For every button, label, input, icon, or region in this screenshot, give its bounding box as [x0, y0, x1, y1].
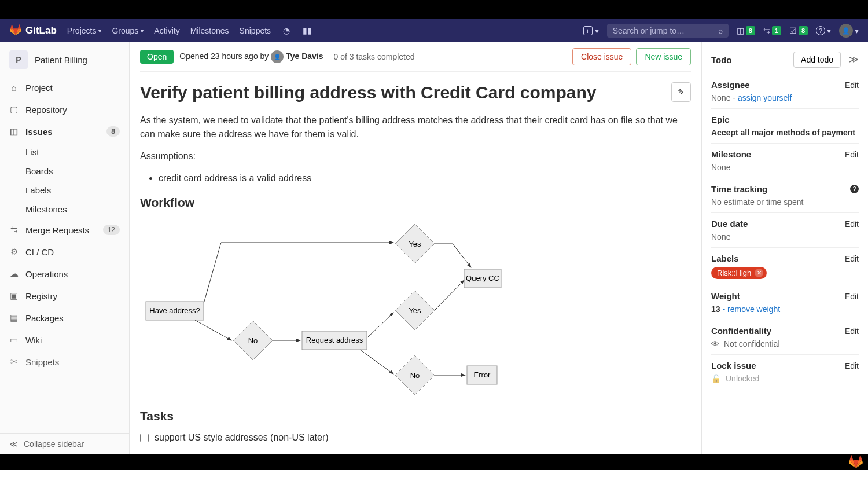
due-date-value: None: [711, 232, 859, 241]
nav-chart-icon[interactable]: ▮▮: [302, 25, 312, 36]
gitlab-logo[interactable]: GitLab: [9, 24, 57, 38]
time-tracking-title: Time tracking: [711, 184, 767, 194]
scissors-icon: ✂: [9, 357, 19, 367]
nav-help-dropdown[interactable]: ? ▾: [816, 26, 831, 35]
rocket-icon: ⚙: [9, 247, 19, 257]
sidebar-subitem-labels[interactable]: Labels: [0, 181, 129, 200]
sidebar-item-merge-requests[interactable]: ⥃Merge Requests12: [0, 219, 129, 241]
sidebar-subitem-milestones[interactable]: Milestones: [0, 200, 129, 219]
sidebar-item-snippets[interactable]: ✂Snippets: [0, 351, 129, 373]
svg-text:Yes: Yes: [409, 306, 421, 315]
task-item: support US style addresses (non-US later…: [140, 430, 691, 445]
repository-icon: ▢: [9, 104, 19, 115]
remove-weight-link[interactable]: - remove weight: [720, 304, 780, 314]
issues-icon: ◫: [9, 126, 19, 137]
operations-icon: ☁: [9, 269, 19, 279]
milestone-edit-link[interactable]: Edit: [845, 150, 859, 159]
author-name[interactable]: Tye Davis: [286, 52, 323, 61]
workflow-heading: Workflow: [140, 196, 691, 210]
chevron-down-icon: ▾: [827, 26, 831, 35]
nav-snippets[interactable]: Snippets: [240, 26, 271, 35]
milestone-value: None: [711, 163, 859, 172]
issues-icon: ◫: [737, 26, 744, 35]
confidentiality-title: Confidentiality: [711, 326, 771, 336]
confidentiality-edit-link[interactable]: Edit: [845, 326, 859, 336]
tasks-progress-text: 0 of 3 tasks completed: [334, 52, 415, 61]
confidentiality-value: 👁Not confidential: [711, 339, 859, 348]
nav-gauge-icon[interactable]: ◔: [281, 25, 292, 36]
sidebar-item-issues[interactable]: ◫Issues8: [0, 120, 129, 142]
lock-title: Lock issue: [711, 361, 756, 370]
due-date-edit-link[interactable]: Edit: [845, 219, 859, 229]
author-avatar[interactable]: 👤: [271, 50, 284, 63]
opened-text: Opened 23 hours ago by 👤 Tye Davis: [179, 50, 323, 63]
lock-value: 🔓Unlocked: [711, 374, 859, 383]
sidebar-item-registry[interactable]: ▣Registry: [0, 285, 129, 307]
nav-todos-counter[interactable]: ☑ 8: [789, 26, 808, 35]
sidebar-item-repository[interactable]: ▢Repository: [0, 98, 129, 120]
gitlab-tanuki-icon[interactable]: [848, 455, 863, 470]
sidebar-item-packages[interactable]: ▤Packages: [0, 307, 129, 329]
merge-request-icon: ⥃: [9, 225, 19, 235]
assignee-edit-link[interactable]: Edit: [845, 80, 859, 90]
close-issue-button[interactable]: Close issue: [572, 48, 631, 65]
sidebar-subitem-list[interactable]: List: [0, 142, 129, 162]
time-tracking-value: No estimate or time spent: [711, 197, 859, 207]
eye-icon: 👁: [711, 339, 719, 348]
collapse-sidebar-button[interactable]: ≪ Collapse sidebar: [0, 433, 129, 454]
tasks-heading: Tasks: [140, 409, 691, 423]
search-icon: ⌕: [718, 26, 723, 35]
nav-activity[interactable]: Activity: [154, 26, 179, 35]
epic-value[interactable]: Accept all major methods of payment: [711, 128, 859, 137]
nav-groups[interactable]: Groups▾: [112, 26, 144, 35]
new-issue-button[interactable]: New issue: [636, 48, 691, 65]
svg-text:Error: Error: [474, 370, 491, 379]
nav-user-dropdown[interactable]: 👤 ▾: [839, 24, 859, 38]
label-pill[interactable]: Risk::High✕: [711, 267, 767, 279]
nav-projects[interactable]: Projects▾: [67, 26, 102, 35]
task-label: support US style addresses (non-US later…: [155, 432, 329, 443]
plus-icon: +: [583, 26, 593, 35]
edit-issue-button[interactable]: ✎: [671, 82, 691, 102]
add-todo-button[interactable]: Add todo: [793, 52, 841, 68]
issue-main-content: Open Opened 23 hours ago by 👤 Tye Davis …: [130, 42, 701, 454]
create-new-dropdown[interactable]: + ▾: [583, 26, 599, 35]
mr-count-badge: 12: [103, 225, 120, 235]
sidebar-item-project[interactable]: ⌂Project: [0, 77, 129, 98]
remove-label-icon[interactable]: ✕: [755, 269, 763, 277]
task-checkbox[interactable]: [140, 434, 149, 442]
issue-title: Verify patient billing address with Cred…: [140, 82, 664, 103]
assignee-title: Assignee: [711, 80, 750, 90]
sidebar-subitem-boards[interactable]: Boards: [0, 162, 129, 181]
labels-edit-link[interactable]: Edit: [845, 254, 859, 263]
lock-edit-link[interactable]: Edit: [845, 361, 859, 370]
issue-right-sidebar: Todo Add todo ≫ AssigneeEdit None - assi…: [701, 42, 868, 454]
sidebar-item-cicd[interactable]: ⚙CI / CD: [0, 241, 129, 263]
nav-mr-counter[interactable]: ⥃ 1: [763, 26, 781, 35]
svg-text:Request address: Request address: [306, 336, 363, 344]
help-icon[interactable]: ?: [850, 185, 859, 193]
question-icon: ?: [816, 26, 825, 35]
issue-description: As the system, we need to validate that …: [140, 113, 691, 185]
weight-edit-link[interactable]: Edit: [845, 292, 859, 301]
sidebar-item-wiki[interactable]: ▭Wiki: [0, 329, 129, 351]
search-box[interactable]: ⌕: [607, 24, 729, 38]
merge-request-icon: ⥃: [763, 26, 770, 35]
assignee-value: None - assign yourself: [711, 93, 859, 102]
project-avatar: P: [9, 50, 28, 69]
chevron-down-icon: ▾: [141, 28, 144, 34]
assumptions-heading: Assumptions:: [140, 149, 691, 163]
search-input[interactable]: [613, 26, 718, 35]
sidebar-project-header[interactable]: P Patient Billing: [0, 42, 129, 77]
collapse-icon: ≪: [9, 439, 18, 449]
milestone-title: Milestone: [711, 149, 751, 159]
packages-icon: ▤: [9, 313, 19, 323]
sidebar-item-operations[interactable]: ☁Operations: [0, 263, 129, 285]
expand-sidebar-icon[interactable]: ≫: [849, 54, 859, 64]
unlock-icon: 🔓: [711, 374, 721, 383]
nav-milestones[interactable]: Milestones: [190, 26, 229, 35]
assign-yourself-link[interactable]: assign yourself: [738, 93, 792, 102]
nav-issues-counter[interactable]: ◫ 8: [737, 26, 755, 35]
pencil-icon: ✎: [678, 87, 685, 97]
user-avatar: 👤: [839, 24, 853, 38]
